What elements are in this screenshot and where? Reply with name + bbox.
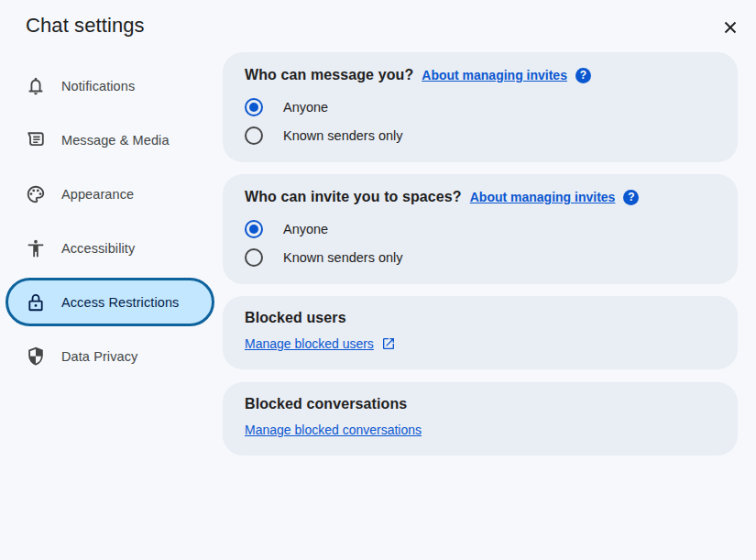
sidebar-item-message-media[interactable]: Message & Media	[5, 115, 214, 164]
who-can-invite-radio-group: Anyone Known senders only	[245, 214, 716, 271]
bell-icon	[25, 75, 47, 97]
card-who-can-message: Who can message you? About managing invi…	[223, 52, 738, 162]
settings-content: Who can message you? About managing invi…	[223, 52, 738, 456]
section-title-blocked-users: Blocked users	[245, 310, 716, 326]
radio-option-anyone[interactable]: Anyone	[245, 214, 716, 243]
radio-selected-icon[interactable]	[245, 98, 263, 116]
radio-option-known-senders[interactable]: Known senders only	[245, 121, 716, 149]
sidebar-item-label: Data Privacy	[61, 349, 137, 364]
sidebar-item-label: Access Restrictions	[61, 295, 179, 310]
close-icon	[720, 17, 740, 40]
sidebar-item-appearance[interactable]: Appearance	[5, 170, 214, 218]
palette-icon	[25, 183, 47, 205]
about-managing-invites-link[interactable]: About managing invites	[422, 68, 567, 82]
help-icon[interactable]: ?	[575, 68, 591, 83]
radio-option-anyone[interactable]: Anyone	[245, 93, 716, 121]
section-title-who-can-invite: Who can invite you to spaces?	[245, 189, 462, 205]
card-blocked-users: Blocked users Manage blocked users	[223, 296, 738, 369]
sidebar-item-label: Accessibility	[61, 241, 135, 256]
about-managing-invites-link[interactable]: About managing invites	[470, 190, 616, 204]
accessibility-icon	[25, 237, 47, 259]
manage-blocked-users-link[interactable]: Manage blocked users	[245, 336, 374, 351]
sidebar-item-label: Notifications	[61, 79, 135, 93]
who-can-message-radio-group: Anyone Known senders only	[245, 93, 716, 149]
sidebar-item-access-restrictions[interactable]: Access Restrictions	[5, 278, 214, 326]
section-title-blocked-conversations: Blocked conversations	[245, 396, 716, 412]
help-icon[interactable]: ?	[623, 190, 639, 205]
section-title-who-can-message: Who can message you?	[245, 67, 413, 83]
sidebar-item-label: Appearance	[61, 187, 134, 202]
manage-blocked-conversations-link[interactable]: Manage blocked conversations	[245, 423, 422, 437]
sidebar-item-notifications[interactable]: Notifications	[5, 61, 214, 110]
close-button[interactable]	[718, 16, 743, 41]
chat-bubble-icon	[25, 129, 47, 151]
sidebar-item-data-privacy[interactable]: Data Privacy	[5, 332, 214, 380]
shield-icon	[25, 346, 47, 368]
sidebar: Notifications Message & Media Appearance…	[0, 61, 220, 386]
lock-icon	[25, 291, 47, 313]
radio-unselected-icon[interactable]	[245, 248, 263, 267]
radio-selected-icon[interactable]	[245, 220, 263, 238]
sidebar-item-accessibility[interactable]: Accessibility	[5, 224, 214, 272]
card-blocked-conversations: Blocked conversations Manage blocked con…	[223, 382, 738, 456]
sidebar-item-label: Message & Media	[61, 133, 170, 148]
radio-unselected-icon[interactable]	[245, 126, 263, 145]
chat-settings-dialog: Chat settings Notifications Message & Me…	[0, 0, 756, 560]
open-in-new-icon	[381, 336, 396, 351]
card-who-can-invite: Who can invite you to spaces? About mana…	[223, 174, 738, 284]
radio-option-known-senders[interactable]: Known senders only	[245, 243, 716, 271]
page-title: Chat settings	[26, 14, 145, 38]
